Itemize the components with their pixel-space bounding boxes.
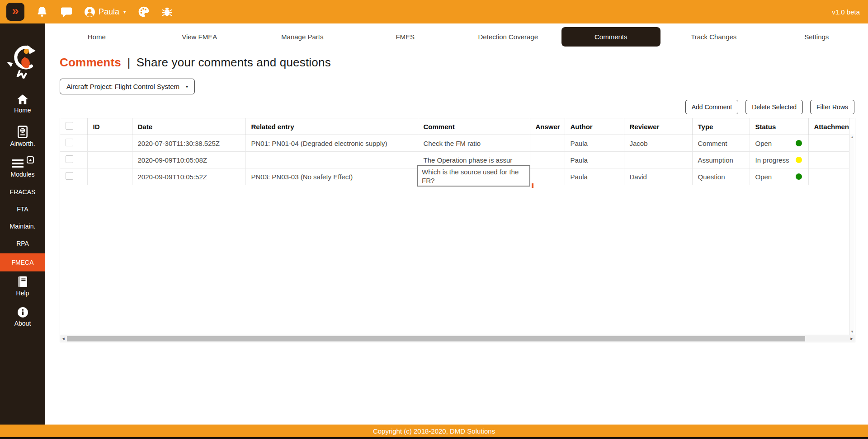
column-header-author: Author <box>565 118 624 135</box>
cell-answer <box>530 168 565 185</box>
cell-answer <box>530 135 565 152</box>
cell-status: Open <box>750 135 808 152</box>
copyright-text: Copyright (c) 2018-2020, DMD Solutions <box>373 427 495 435</box>
info-icon <box>17 307 28 318</box>
cell-type: Assumption <box>692 152 750 168</box>
notifications-button[interactable] <box>36 6 48 18</box>
hamburger-menu-icon <box>11 158 24 169</box>
horizontal-scroll-thumb[interactable] <box>67 336 805 341</box>
cell-author: Paula <box>565 168 624 185</box>
column-header-related-entry: Related entry <box>245 118 418 135</box>
user-menu[interactable]: Paula ▾ <box>84 6 126 18</box>
sidebar-item-label: Home <box>14 107 31 114</box>
status-label: Open <box>755 140 772 147</box>
messages-button[interactable] <box>60 6 72 18</box>
row-checkbox[interactable] <box>66 155 73 163</box>
page-header: Comments | Share your comments and quest… <box>60 56 868 70</box>
sidebar-item-fracas[interactable]: FRACAS <box>0 183 45 201</box>
sidebar-item-maintain[interactable]: Maintain. <box>0 218 45 235</box>
cell-id <box>87 135 132 152</box>
top-bar: » Paula ▾ <box>0 0 868 23</box>
tab-comments[interactable]: Comments <box>561 27 661 47</box>
tab-settings[interactable]: Settings <box>767 27 867 47</box>
tab-bar: Home View FMEA Manage Parts FMES Detecti… <box>45 23 868 47</box>
sidebar-item-fmeca[interactable]: FMECA <box>0 253 45 271</box>
tab-label: Home <box>88 33 106 41</box>
column-header-status: Status <box>750 118 808 135</box>
page-subtitle: Share your comments and questions <box>137 56 331 69</box>
user-icon <box>84 6 95 18</box>
home-icon <box>17 94 28 105</box>
cell-related-entry: PN03: PN03-03 (No safety Effect) <box>245 168 418 185</box>
sidebar-item-help[interactable]: Help <box>0 276 45 297</box>
sidebar-item-home[interactable]: Home <box>0 94 45 114</box>
cell-id <box>87 168 132 185</box>
sidebar-item-rpa[interactable]: RPA <box>0 235 45 252</box>
tab-view-fmea[interactable]: View FMEA <box>150 27 250 47</box>
page-title: Comments <box>60 56 121 69</box>
bug-icon <box>161 6 173 18</box>
main-content: Home View FMEA Manage Parts FMES Detecti… <box>45 23 868 425</box>
theme-button[interactable] <box>138 6 150 18</box>
tab-manage-parts[interactable]: Manage Parts <box>253 27 352 47</box>
row-checkbox[interactable] <box>66 172 73 180</box>
status-dot-green <box>796 140 802 146</box>
sidebar-item-label: FTA <box>17 205 28 213</box>
comment-cell-editor[interactable]: Which is the source used for the FR? <box>417 165 530 187</box>
sidebar-item-about[interactable]: About <box>0 307 45 327</box>
passport-icon <box>17 126 28 138</box>
footer-bar: Copyright (c) 2018-2020, DMD Solutions <box>0 425 868 437</box>
status-label: In progress <box>755 156 789 164</box>
scroll-left-arrow[interactable]: ◂ <box>60 336 66 341</box>
tab-detection-coverage[interactable]: Detection Coverage <box>458 27 558 47</box>
cell-author: Paula <box>565 152 624 168</box>
cell-attachment <box>808 168 849 185</box>
tab-fmes[interactable]: FMES <box>356 27 455 47</box>
chevron-down-icon: ▾ <box>123 9 126 15</box>
cell-reviewer <box>624 152 692 168</box>
column-header-attachment: Attachment <box>808 118 849 135</box>
vertical-scrollbar[interactable]: ▴ ▾ <box>849 134 855 335</box>
horizontal-scrollbar[interactable]: ◂ ▸ <box>60 335 855 342</box>
cell-comment[interactable]: Check the FM ratio <box>418 135 530 152</box>
sidebar: Home Airworth. <box>0 23 45 425</box>
sidebar-item-label: Modules <box>11 171 35 178</box>
add-comment-button[interactable]: Add Comment <box>685 100 738 114</box>
report-bug-button[interactable] <box>161 6 173 18</box>
palette-icon <box>138 6 150 18</box>
sidebar-item-label: Maintain. <box>10 223 36 230</box>
tab-label: Manage Parts <box>281 33 323 41</box>
column-header-answer: Answer <box>530 118 565 135</box>
user-name: Paula <box>99 7 119 17</box>
modules-expand-icon[interactable] <box>27 156 34 163</box>
row-checkbox[interactable] <box>66 139 73 146</box>
project-selector-dropdown[interactable]: Aircraft Project: Flight Control System … <box>60 79 195 94</box>
delete-selected-button[interactable]: Delete Selected <box>745 100 803 114</box>
editor-marker <box>532 183 533 188</box>
double-chevron-icon: » <box>12 5 19 17</box>
table-row[interactable]: 2020-07-30T11:30:38.525Z PN01: PN01-04 (… <box>60 135 849 152</box>
sidebar-item-fta[interactable]: FTA <box>0 201 45 218</box>
robin-logo[interactable] <box>6 42 39 80</box>
scroll-down-arrow[interactable]: ▾ <box>851 328 854 335</box>
cell-type: Question <box>692 168 750 185</box>
column-header-type: Type <box>692 118 750 135</box>
column-header-comment: Comment <box>418 118 530 135</box>
tab-home[interactable]: Home <box>47 27 146 47</box>
table-actions: Add Comment Delete Selected Filter Rows <box>45 100 854 114</box>
select-all-checkbox[interactable] <box>66 122 73 130</box>
chat-bubble-icon <box>60 6 72 18</box>
scroll-right-arrow[interactable]: ▸ <box>849 336 855 341</box>
cell-author: Paula <box>565 135 624 152</box>
tab-track-changes[interactable]: Track Changes <box>664 27 764 47</box>
tab-label: View FMEA <box>182 33 217 41</box>
sidebar-collapse-button[interactable]: » <box>6 3 24 21</box>
scroll-up-arrow[interactable]: ▴ <box>851 134 854 140</box>
sidebar-item-modules[interactable]: Modules <box>0 158 45 178</box>
cell-status: In progress <box>750 152 808 168</box>
cell-attachment <box>808 135 849 152</box>
sidebar-item-airworthiness[interactable]: Airworth. <box>0 126 45 147</box>
bell-icon <box>36 6 48 18</box>
sidebar-item-label: Help <box>16 290 29 297</box>
filter-rows-button[interactable]: Filter Rows <box>810 100 854 114</box>
